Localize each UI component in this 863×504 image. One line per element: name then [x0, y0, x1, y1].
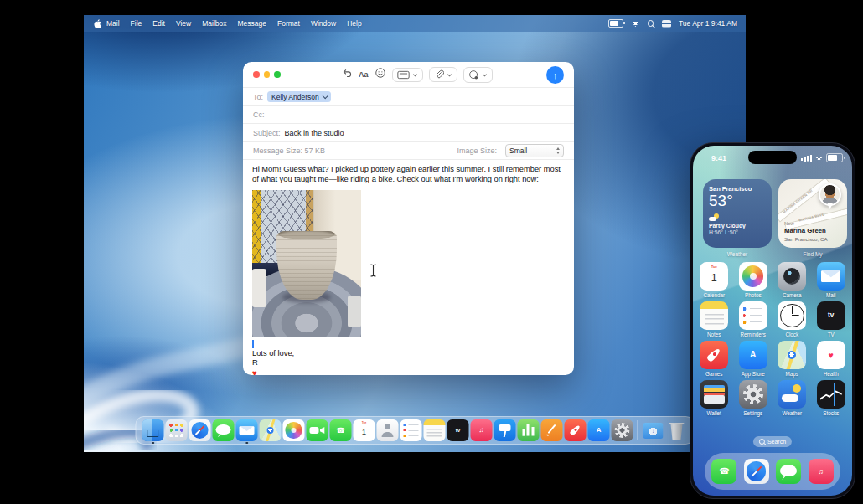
app-clock[interactable]: Clock — [773, 301, 810, 337]
app-icon — [236, 419, 258, 441]
emoji-icon[interactable] — [375, 67, 386, 82]
pottery-photo[interactable] — [252, 190, 361, 337]
app-icon — [778, 301, 806, 330]
close-button[interactable] — [253, 71, 260, 78]
app-tv[interactable]: tv TV — [813, 301, 850, 337]
app-mail[interactable]: Mail — [813, 262, 850, 298]
image-size-select[interactable]: Small — [505, 144, 564, 157]
app-weather[interactable]: Weather — [773, 380, 810, 416]
menu-item[interactable]: Format — [277, 19, 300, 28]
app-notes[interactable]: Notes — [695, 301, 732, 337]
spotlight-search-pill[interactable]: Search — [753, 436, 792, 447]
app-icon — [739, 301, 767, 330]
to-field[interactable]: To: Kelly Anderson — [243, 87, 574, 106]
header-fields-button[interactable] — [392, 68, 423, 82]
app-icon: ☎ — [711, 459, 736, 484]
minimize-button[interactable] — [264, 71, 271, 78]
message-body[interactable]: Hi Mom! Guess what? I picked up pottery … — [243, 160, 574, 375]
dock-pages[interactable] — [541, 419, 563, 441]
phdock-phone[interactable]: ☎ — [711, 459, 736, 484]
dock-trash[interactable] — [666, 419, 688, 441]
app-icon — [213, 419, 235, 441]
menu-bar-clock[interactable]: Tue Apr 1 9:41 AM — [679, 19, 737, 28]
insert-photo-button[interactable] — [463, 67, 493, 83]
menu-item[interactable]: Message — [238, 19, 267, 28]
app-label: Settings — [743, 410, 762, 416]
format-icon[interactable]: Aa — [359, 70, 369, 79]
app-label: Photos — [745, 292, 762, 298]
chevron-down-icon — [447, 72, 452, 78]
dock-tv[interactable]: tv — [447, 419, 469, 441]
menu-item[interactable]: Window — [311, 19, 336, 28]
dock-appstore[interactable]: A — [588, 419, 610, 441]
menu-item[interactable]: Edit — [152, 19, 165, 28]
recipient-token[interactable]: Kelly Anderson — [267, 91, 331, 102]
app-wallet[interactable]: Wallet — [695, 380, 732, 416]
attach-file-button[interactable] — [429, 67, 457, 82]
map-street-label: MARINA GREEN DR — [782, 188, 814, 214]
app-icon — [739, 262, 767, 291]
dock-phone[interactable]: ☎ — [330, 419, 352, 441]
app-stocks[interactable]: Stocks — [813, 380, 850, 416]
body-paragraph: Hi Mom! Guess what? I picked up pottery … — [252, 165, 564, 185]
spotlight-search-icon[interactable] — [648, 20, 654, 27]
dock-finder[interactable] — [142, 419, 164, 441]
send-arrow-icon: ↑ — [553, 70, 558, 80]
mail-compose-window: Aa ↑ To: Kelly Anderson — [243, 62, 574, 375]
dock-messages[interactable] — [213, 419, 235, 441]
menu-item[interactable]: Mailbox — [202, 19, 226, 28]
dock-facetime[interactable] — [307, 419, 328, 441]
dock-maps[interactable] — [260, 419, 282, 441]
dock-music[interactable]: ♫ — [471, 419, 493, 441]
app-camera[interactable]: Camera — [773, 262, 810, 298]
dock-mail[interactable] — [236, 419, 258, 441]
app-photos[interactable]: Photos — [735, 262, 772, 298]
dock-photos[interactable] — [283, 419, 305, 441]
app-icon — [739, 380, 767, 409]
zoom-button[interactable] — [274, 71, 281, 78]
dock-keynote[interactable] — [494, 419, 516, 441]
dock-games[interactable] — [565, 419, 587, 441]
battery-icon[interactable] — [608, 19, 623, 28]
app-label: Wallet — [707, 410, 721, 416]
app-settings[interactable]: Settings — [735, 380, 772, 416]
app-reminders[interactable]: Reminders — [735, 301, 772, 337]
dock-launchpad[interactable] — [166, 419, 188, 441]
phdock-safari[interactable] — [744, 459, 769, 484]
dock-notes[interactable] — [424, 419, 446, 441]
menu-item[interactable]: Mail — [106, 19, 120, 28]
app-health[interactable]: ♥ Health — [813, 341, 850, 377]
findmy-widget[interactable]: MARINA GREEN DR MARINA BLVD Now Marina G… — [778, 179, 847, 248]
apple-menu-icon[interactable] — [94, 19, 101, 28]
dock-contacts[interactable] — [377, 419, 399, 441]
weather-widget[interactable]: San Francisco 53° Partly Cloudy H:56° L:… — [703, 179, 772, 248]
app-games[interactable]: Games — [695, 341, 732, 377]
app-icon — [166, 419, 188, 441]
menu-item[interactable]: Help — [347, 19, 361, 28]
compose-toolbar: Aa — [342, 62, 493, 87]
control-center-icon[interactable] — [662, 20, 671, 28]
menu-item[interactable]: File — [131, 19, 142, 28]
dock-safari[interactable] — [189, 419, 211, 441]
menu-item[interactable]: View — [176, 19, 191, 28]
undo-icon[interactable] — [342, 67, 353, 82]
dock-downloads[interactable]: ↓ — [643, 419, 664, 441]
cc-field[interactable]: Cc: — [243, 105, 574, 124]
recipient-chevron-icon — [322, 93, 328, 99]
dock-numbers[interactable] — [518, 419, 540, 441]
wifi-icon[interactable] — [631, 20, 640, 27]
phdock-music[interactable]: ♫ — [809, 459, 834, 484]
subject-field[interactable]: Subject: Back in the studio — [243, 124, 574, 142]
app-calendar[interactable]: Tue 1 Calendar — [695, 262, 732, 298]
dynamic-island[interactable] — [748, 151, 797, 164]
send-button[interactable]: ↑ — [546, 66, 564, 84]
app-label: Weather — [782, 410, 802, 416]
dock-reminders[interactable] — [400, 419, 422, 441]
signature-line: R ♥ — [252, 358, 263, 365]
phdock-messages[interactable] — [776, 459, 801, 484]
dock-settings[interactable] — [612, 419, 633, 441]
dock-calendar[interactable]: Tue 1 — [354, 419, 375, 441]
image-size-value: Small — [509, 147, 527, 155]
app-maps[interactable]: Maps — [773, 341, 810, 377]
app-appstore[interactable]: A App Store — [735, 341, 772, 377]
